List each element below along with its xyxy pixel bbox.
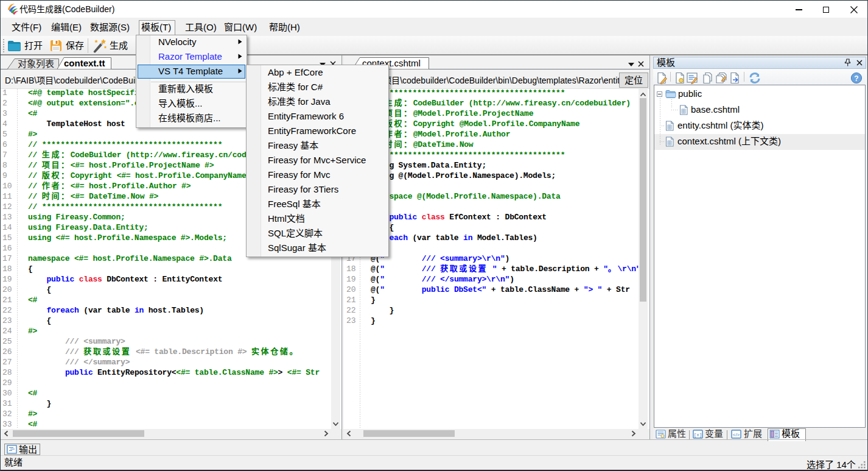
svg-text:</>: </>	[733, 432, 740, 437]
svg-text:[x]: [x]	[694, 433, 702, 437]
svg-text:?: ?	[854, 74, 858, 83]
